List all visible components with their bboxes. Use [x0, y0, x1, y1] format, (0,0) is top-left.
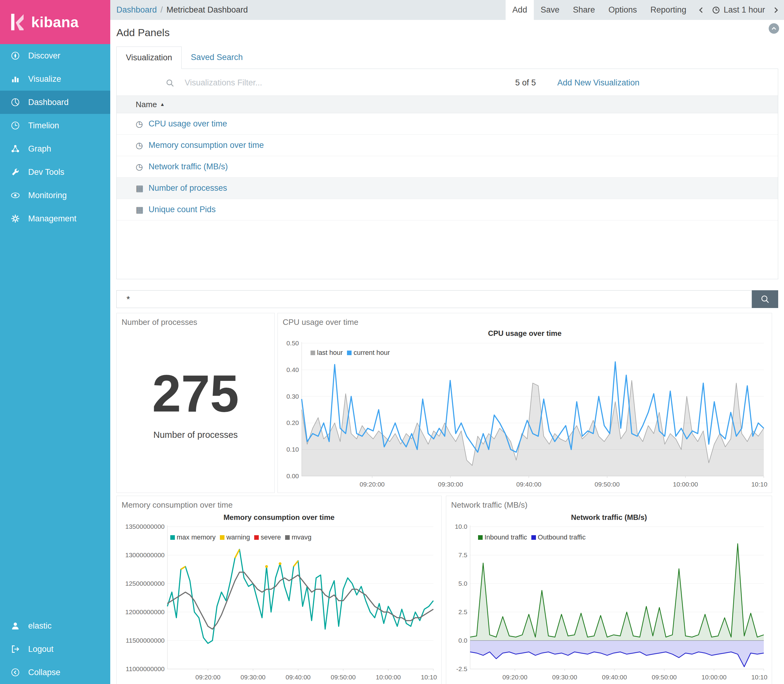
tab-saved-search[interactable]: Saved Search — [182, 47, 252, 69]
sidebar-item-label: Timelion — [28, 121, 59, 131]
menu-reporting-button[interactable]: Reporting — [644, 0, 693, 20]
legend-label: severe — [261, 533, 281, 541]
time-back-button[interactable] — [693, 0, 710, 20]
panel-number-of-processes[interactable]: Number of processes 275 Number of proces… — [116, 313, 275, 493]
viz-link[interactable]: Memory consumption over time — [148, 140, 264, 150]
legend-swatch — [478, 535, 482, 540]
sidebar-item-timelion[interactable]: Timelion — [0, 114, 110, 137]
sidebar-item-graph[interactable]: Graph — [0, 137, 110, 160]
sidebar-item-label: Management — [28, 214, 77, 224]
viz-link[interactable]: Number of processes — [148, 183, 227, 193]
chevron-up-icon — [771, 26, 777, 32]
legend-label: last hour — [317, 349, 343, 357]
svg-text:10.0: 10.0 — [455, 524, 467, 530]
legend-swatch — [285, 535, 290, 540]
legend-item-severe[interactable]: severe — [254, 533, 281, 541]
legend-item-outbound-traffic[interactable]: Outbound traffic — [531, 533, 586, 541]
tabs: Visualization Saved Search — [116, 47, 778, 69]
time-picker-button[interactable]: Last 1 hour — [710, 0, 768, 20]
chart-legend: Inbound trafficOutbound traffic — [478, 533, 586, 541]
sidebar-item-discover[interactable]: Discover — [0, 44, 110, 67]
viz-row-network-traffic[interactable]: ◷ Network traffic (MB/s) — [117, 156, 778, 177]
svg-text:09:50:00: 09:50:00 — [595, 481, 620, 488]
legend-item-last-hour[interactable]: last hour — [311, 349, 343, 357]
sidebar-item-collapse[interactable]: Collapse — [0, 661, 110, 684]
chevron-left-icon — [697, 6, 705, 14]
legend-item-max-memory[interactable]: max memory — [170, 533, 216, 541]
legend-item-inbound-traffic[interactable]: Inbound traffic — [478, 533, 527, 541]
svg-text:09:50:00: 09:50:00 — [331, 674, 356, 681]
panel-title: Number of processes — [117, 313, 274, 331]
viz-row-number-of-processes[interactable]: ▦ Number of processes — [117, 177, 778, 199]
legend-item-current-hour[interactable]: current hour — [347, 349, 390, 357]
viz-row-unique-count-pids[interactable]: ▦ Unique count Pids — [117, 199, 778, 221]
panel-title: CPU usage over time — [278, 313, 772, 331]
top-menu: Add Save Share Options Reporting Last 1 … — [506, 0, 784, 20]
svg-text:12500000000: 12500000000 — [125, 580, 165, 587]
kibana-logo[interactable]: kibana — [0, 0, 110, 44]
viz-link[interactable]: Unique count Pids — [148, 205, 216, 215]
legend-swatch — [220, 535, 224, 540]
results-count: 5 of 5 — [515, 78, 536, 87]
sidebar-item-label: Visualize — [28, 74, 61, 84]
viz-row-memory-consumption[interactable]: ◷ Memory consumption over time — [117, 135, 778, 156]
breadcrumb-dashboard-link[interactable]: Dashboard — [116, 5, 157, 15]
sidebar-footer: elastic Logout Collapse — [0, 614, 110, 684]
viz-row-cpu-usage[interactable]: ◷ CPU usage over time — [117, 113, 778, 135]
sidebar-item-dashboard[interactable]: Dashboard — [0, 90, 110, 114]
menu-share-button[interactable]: Share — [566, 0, 602, 20]
collapse-add-panels-button[interactable] — [769, 23, 779, 34]
svg-text:2.5: 2.5 — [458, 608, 467, 615]
legend-swatch — [170, 535, 175, 540]
menu-add-button[interactable]: Add — [506, 0, 534, 20]
sidebar-item-label: Dev Tools — [28, 168, 64, 177]
sidebar-item-dev-tools[interactable]: Dev Tools — [0, 160, 110, 184]
svg-text:7.5: 7.5 — [458, 552, 467, 558]
table-icon: ▦ — [136, 205, 148, 215]
legend-label: warning — [226, 533, 250, 541]
legend-item-warning[interactable]: warning — [220, 533, 250, 541]
svg-text:10:00:00: 10:00:00 — [673, 481, 698, 488]
panel-network-traffic[interactable]: Network traffic (MB/s) Network traffic (… — [446, 496, 772, 684]
query-bar — [116, 290, 778, 308]
tab-visualization[interactable]: Visualization — [116, 47, 182, 69]
sidebar-item-visualize[interactable]: Visualize — [0, 67, 110, 90]
collapse-icon — [10, 668, 20, 677]
breadcrumb: Dashboard / Metricbeat Dashboard — [116, 0, 248, 20]
query-input[interactable] — [116, 290, 752, 308]
panel-cpu-usage[interactable]: CPU usage over time CPU usage over time … — [277, 313, 772, 493]
svg-text:0.30: 0.30 — [286, 393, 299, 400]
query-search-button[interactable] — [752, 290, 778, 308]
cpu-chart[interactable]: 0.000.100.200.300.400.5009:20:0009:30:00… — [281, 340, 768, 490]
menu-save-button[interactable]: Save — [534, 0, 566, 20]
menu-options-button[interactable]: Options — [602, 0, 644, 20]
chevron-right-icon — [772, 6, 780, 14]
chart-legend: max memorywarningseveremvavg — [170, 533, 311, 541]
viz-link[interactable]: CPU usage over time — [148, 119, 227, 129]
svg-text:0.20: 0.20 — [286, 419, 299, 426]
sidebar-item-user-elastic[interactable]: elastic — [0, 614, 110, 637]
svg-text:09:30:00: 09:30:00 — [552, 674, 577, 681]
list-header-label: Name — [136, 100, 157, 109]
memory-chart[interactable]: 1100000000011500000000120000000001250000… — [120, 524, 438, 683]
add-new-visualization-link[interactable]: Add New Visualization — [557, 78, 639, 87]
legend-item-mvavg[interactable]: mvavg — [285, 533, 311, 541]
viz-link[interactable]: Network traffic (MB/s) — [148, 162, 228, 171]
eye-icon — [10, 190, 20, 200]
breadcrumb-separator: / — [160, 5, 163, 15]
network-chart[interactable]: -2.50.02.55.07.510.009:20:0009:30:0009:4… — [450, 524, 768, 683]
filter-row: 5 of 5 Add New Visualization — [117, 69, 778, 95]
sidebar-item-logout[interactable]: Logout — [0, 637, 110, 661]
panel-memory-consumption[interactable]: Memory consumption over time Memory cons… — [116, 496, 442, 684]
list-header-name[interactable]: Name ▲ — [117, 95, 778, 113]
sidebar-item-management[interactable]: Management — [0, 207, 110, 230]
time-forward-button[interactable] — [768, 0, 784, 20]
svg-text:5.0: 5.0 — [458, 580, 467, 587]
breadcrumb-current: Metricbeat Dashboard — [166, 5, 248, 15]
sidebar-item-monitoring[interactable]: Monitoring — [0, 184, 110, 207]
visualizations-filter-input[interactable] — [185, 78, 418, 87]
chart-title: Network traffic (MB/s) — [446, 513, 772, 522]
sidebar: kibana Discover Visualize Dashboard Time… — [0, 0, 110, 684]
search-icon — [760, 295, 769, 304]
clock-icon — [712, 6, 720, 14]
